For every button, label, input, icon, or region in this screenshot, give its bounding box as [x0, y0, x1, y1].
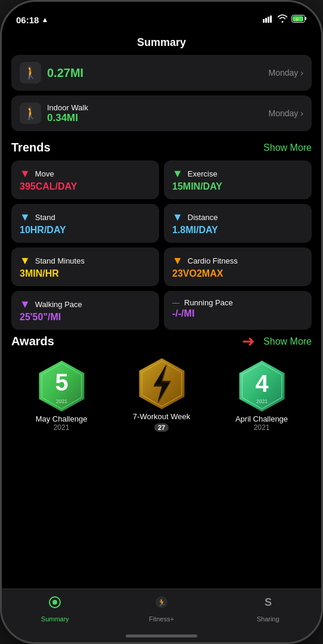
activity-details-2: Indoor Walk 0.34MI	[47, 103, 88, 124]
stand-min-arrow: ▼	[20, 255, 30, 267]
notch	[123, 2, 200, 20]
svg-rect-1	[265, 18, 267, 23]
phone-frame: 06:18 ▲ ⚡ Summary	[0, 0, 323, 644]
distance-value-1: 0.27MI	[47, 66, 83, 80]
sharing-tab-label: Sharing	[257, 615, 279, 623]
walk-icon-2: 🚶	[20, 103, 41, 124]
scroll-content[interactable]: 🚶 0.27MI Monday › 🚶 Indoor Walk 0.34MI	[2, 55, 321, 596]
awards-row: 5 2021 May Challenge 2021	[11, 355, 312, 432]
nav-title: Summary	[2, 32, 321, 55]
sharing-tab-icon: S	[261, 595, 275, 613]
wifi-icon	[277, 14, 288, 25]
location-icon: ▲	[41, 16, 48, 24]
trend-exercise[interactable]: ▼ Exercise 15MIN/DAY	[164, 160, 312, 199]
svg-text:2021: 2021	[55, 398, 67, 404]
cardio-value: 23VO2MAX	[172, 268, 303, 279]
cardio-arrow: ▼	[172, 255, 183, 267]
distance-value: 1.8MI/DAY	[172, 225, 303, 236]
fitness-tab-icon: 🏃	[154, 595, 169, 613]
status-time: 06:18 ▲	[16, 15, 48, 25]
may-badge-svg: 5 2021	[33, 358, 90, 414]
trends-show-more[interactable]: Show More	[263, 143, 312, 153]
distance-label: Distance	[188, 213, 218, 222]
activity-row-1[interactable]: 🚶 0.27MI Monday ›	[11, 55, 312, 91]
svg-text:S: S	[265, 596, 272, 608]
svg-rect-3	[270, 16, 272, 23]
chevron-icon-2: ›	[300, 109, 303, 118]
svg-text:5: 5	[55, 369, 68, 395]
trend-move[interactable]: ▼ Move 395CAL/DAY	[11, 160, 159, 199]
phone-screen: 06:18 ▲ ⚡ Summary	[2, 2, 321, 642]
summary-tab-label: Summary	[41, 615, 69, 623]
exercise-arrow: ▼	[172, 168, 183, 180]
april-award-year: 2021	[254, 423, 270, 432]
award-may[interactable]: 5 2021 May Challenge 2021	[23, 358, 100, 432]
stand-value: 10HR/DAY	[20, 225, 151, 236]
workout-badge-svg	[133, 355, 190, 412]
red-arrow: ➜	[242, 332, 255, 351]
distance-arrow: ▼	[172, 211, 183, 224]
april-badge-svg: 4 2021	[234, 358, 290, 414]
tab-fitness[interactable]: 🏃 Fitness+	[141, 595, 182, 623]
battery-icon: ⚡	[291, 14, 307, 25]
trend-stand[interactable]: ▼ Stand 10HR/DAY	[11, 204, 159, 243]
walk-pace-label: Walking Pace	[35, 300, 82, 309]
activity-day-2: Monday ›	[269, 109, 303, 118]
trends-grid: ▼ Move 395CAL/DAY ▼ Exercise 15MIN/DAY	[11, 160, 312, 330]
awards-section: Awards ➜ Show More	[11, 335, 312, 432]
tab-sharing[interactable]: S Sharing	[247, 595, 289, 623]
move-label: Move	[35, 169, 54, 178]
svg-text:4: 4	[255, 370, 268, 397]
run-pace-arrow: —	[172, 299, 179, 307]
run-pace-label: Running Pace	[184, 298, 233, 307]
svg-text:⚡: ⚡	[294, 17, 300, 22]
awards-title: Awards	[11, 335, 54, 348]
activity-day-1: Monday ›	[269, 68, 303, 78]
april-award-name: April Challenge	[235, 414, 288, 423]
activity-row-2[interactable]: 🚶 Indoor Walk 0.34MI Monday ›	[11, 95, 312, 131]
trend-distance[interactable]: ▼ Distance 1.8MI/DAY	[164, 204, 312, 243]
svg-point-21	[52, 600, 57, 605]
status-icons: ⚡	[263, 14, 307, 25]
trends-title: Trends	[11, 141, 51, 154]
workout-award-name: 7-Workout Week	[133, 412, 190, 421]
exercise-value: 15MIN/DAY	[172, 181, 303, 192]
summary-tab-icon	[48, 595, 62, 613]
award-workout[interactable]: 7-Workout Week 27	[123, 355, 200, 432]
workout-count: 27	[154, 423, 169, 432]
may-award-year: 2021	[54, 423, 70, 432]
stand-arrow: ▼	[20, 211, 30, 224]
chevron-icon-1: ›	[300, 68, 303, 78]
svg-text:2021: 2021	[256, 398, 267, 404]
signal-icon	[263, 16, 274, 24]
stand-label: Stand	[35, 213, 55, 222]
status-bar: 06:18 ▲ ⚡	[2, 2, 321, 32]
award-april[interactable]: 4 2021 April Challenge 2021	[223, 358, 300, 432]
run-pace-value: -/-/MI	[172, 308, 303, 319]
trend-cardio[interactable]: ▼ Cardio Fitness 23VO2MAX	[164, 247, 312, 286]
fitness-tab-label: Fitness+	[149, 615, 174, 623]
tab-summary[interactable]: Summary	[34, 595, 76, 623]
awards-header: Awards ➜ Show More	[11, 335, 312, 348]
svg-text:🏃: 🏃	[157, 598, 166, 607]
cardio-label: Cardio Fitness	[188, 256, 238, 265]
stand-min-label: Stand Minutes	[35, 256, 85, 265]
move-value: 395CAL/DAY	[20, 181, 151, 192]
trends-header: Trends Show More	[11, 141, 312, 154]
trend-running-pace[interactable]: — Running Pace -/-/MI	[164, 291, 312, 330]
may-award-name: May Challenge	[36, 414, 88, 423]
trend-stand-minutes[interactable]: ▼ Stand Minutes 3MIN/HR	[11, 247, 159, 286]
move-arrow: ▼	[20, 168, 30, 180]
walk-pace-arrow: ▼	[20, 298, 30, 311]
home-indicator	[126, 634, 197, 637]
trend-walking-pace[interactable]: ▼ Walking Pace 25'50"/MI	[11, 291, 159, 330]
walk-icon-1: 🚶	[20, 62, 41, 83]
svg-rect-5	[305, 17, 306, 20]
stand-min-value: 3MIN/HR	[20, 268, 151, 279]
svg-rect-0	[263, 19, 265, 23]
svg-rect-2	[268, 17, 269, 23]
walk-pace-value: 25'50"/MI	[20, 312, 151, 323]
time-display: 06:18	[16, 15, 39, 25]
awards-show-more[interactable]: Show More	[263, 336, 312, 347]
exercise-label: Exercise	[188, 169, 218, 178]
